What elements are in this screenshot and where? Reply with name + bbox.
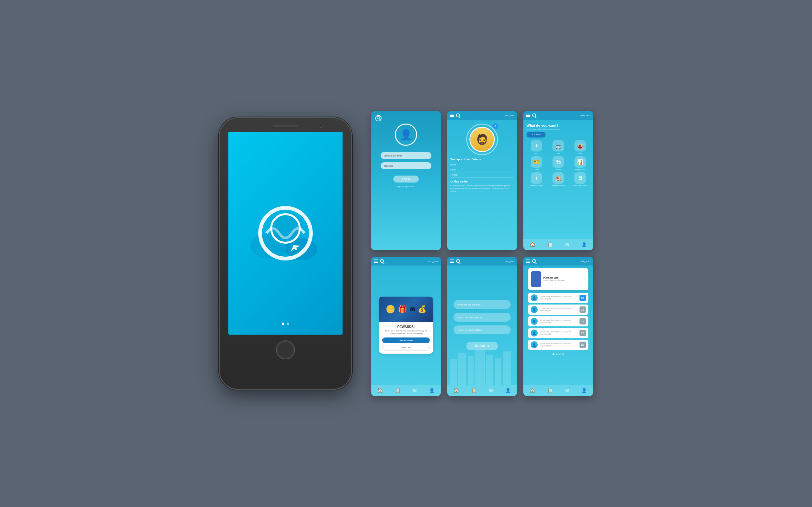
intl-ticket-label: International Ticket: [573, 185, 587, 187]
categories-header-title: hello_kath!: [580, 114, 591, 117]
cat-item-promos[interactable]: % Promos: [548, 156, 568, 170]
train-label: Train: [556, 153, 560, 154]
intl-flight-label: International Flight: [530, 185, 543, 187]
search-menu-icon[interactable]: [450, 260, 454, 263]
purchase-badge-3: 16: [579, 318, 586, 325]
city-skyline: [447, 340, 517, 385]
phone-vol-button-2: [219, 191, 220, 204]
cat-item-flight[interactable]: ✈ Flight: [526, 140, 547, 154]
phone-home-button[interactable]: [276, 340, 295, 359]
cat-item-ticket[interactable]: 🎫 Ticket: [526, 156, 547, 170]
search-search-icon[interactable]: [456, 259, 460, 263]
svg-rect-11: [458, 353, 466, 385]
profile-header: hello_jhon!: [447, 111, 517, 120]
purchase-header-search[interactable]: [532, 259, 536, 263]
cat-menu-icon[interactable]: [526, 114, 530, 117]
profile-email-field: email: [450, 167, 514, 172]
rewards-footer-user[interactable]: 👤: [429, 388, 435, 393]
purchase-content: Purchase List View all your past purchas…: [523, 266, 593, 385]
categories-footer: 🏠 📋 ✉ 👤: [523, 239, 593, 250]
search-footer-user[interactable]: 👤: [505, 388, 511, 393]
login-content: 👤 username or email password LOG IN forg…: [371, 111, 441, 250]
maybe-later-button[interactable]: Maybe Later: [382, 345, 430, 350]
profile-fields: name email contact: [450, 162, 514, 177]
purchase-footer-user[interactable]: 👤: [581, 388, 587, 393]
login-button[interactable]: LOG IN: [393, 176, 419, 182]
intl-ticket-icon: 🖥: [574, 172, 586, 184]
rewards-text: Lorem ipsum dolor sit amet consectetur a…: [382, 330, 430, 335]
purchase-item-1[interactable]: 👤 Lorem ipsum dolor sit amet consectetur…: [528, 293, 589, 303]
purchase-dot-2: [556, 353, 558, 355]
purchase-item-5[interactable]: 👤 Lorem ipsum dolor sit amet consectetur…: [528, 340, 589, 350]
cat-item-intl-hotel[interactable]: 🏨 International Hotel: [548, 172, 568, 187]
rewards-search-icon[interactable]: [380, 259, 384, 263]
search-header: hello_jhon!: [447, 257, 517, 266]
budget-tours-label: Budget Tours: [575, 169, 585, 170]
transport-field[interactable]: search for transportations: [454, 313, 511, 322]
footer-list-icon[interactable]: 📋: [548, 242, 553, 247]
profile-contact-field: contact: [450, 172, 514, 177]
purchase-badge-4: 22: [579, 330, 586, 336]
cat-item-intl-ticket[interactable]: 🖥 International Ticket: [570, 172, 590, 187]
budget-tours-icon: 📊: [574, 156, 586, 168]
purchase-thumb: [531, 271, 541, 287]
purchase-item-4[interactable]: 👤 Lorem ipsum dolor sit amet consectetur…: [528, 328, 589, 338]
accommodation-field[interactable]: search for accomodation: [454, 326, 511, 334]
header-search-icon[interactable]: [456, 113, 460, 117]
password-placeholder: password: [384, 165, 393, 167]
purchase-menu-icon[interactable]: [526, 260, 530, 263]
buy-now-button[interactable]: BUY NOW: [526, 132, 546, 137]
purchase-footer-mail[interactable]: ✉: [565, 388, 569, 393]
take-me-there-button[interactable]: Take Me There!: [382, 337, 430, 343]
rewards-footer-home[interactable]: 🏠: [377, 388, 383, 393]
purchase-footer-home[interactable]: 🏠: [530, 388, 535, 393]
cat-search-icon[interactable]: [532, 113, 536, 117]
categories-screen: hello_kath! What do you want? Lorem ipsu…: [523, 111, 593, 250]
menu-line-2: [450, 115, 454, 116]
rewards-menu-icon[interactable]: [374, 260, 378, 263]
cat-item-intl-flight[interactable]: ✈ International Flight: [526, 172, 547, 187]
search-footer-mail[interactable]: ✉: [489, 388, 493, 393]
rewards-title: REWARDS!: [382, 325, 430, 329]
profile-content: 🧔 2 Transport User Details name email co…: [447, 120, 517, 250]
profile-name-field: name: [450, 162, 514, 167]
svg-point-8: [377, 116, 380, 119]
purchase-header-title: hello_path!: [580, 260, 591, 262]
forgot-password-link[interactable]: forgot your password?: [397, 186, 415, 187]
online-order-title: Online Order: [450, 180, 514, 183]
cat-item-hotel[interactable]: 🏨 Hotel: [570, 140, 590, 154]
categories-header: hello_kath!: [523, 111, 593, 120]
search-footer-home[interactable]: 🏠: [454, 388, 459, 393]
profile-screen: hello_jhon! 🧔 2 Transport User Details n…: [447, 111, 517, 250]
footer-user-icon[interactable]: 👤: [581, 242, 587, 247]
footer-home-icon[interactable]: 🏠: [530, 242, 535, 247]
rewards-footer-list[interactable]: 📋: [395, 388, 401, 393]
phone-speaker: [273, 124, 298, 127]
profile-circle: 🧔 2: [466, 124, 498, 155]
destination-field[interactable]: where are you going to?: [454, 300, 511, 309]
purchase-card-title: Purchase List: [543, 277, 582, 279]
purchase-item-2[interactable]: 👤 Lorem ipsum dolor sit amet consectetur…: [528, 304, 589, 315]
rewards-card-body: REWARDS! Lorem ipsum dolor sit amet cons…: [379, 322, 433, 353]
purchase-item-3[interactable]: 👤 Lorem ipsum dolor sit amet consectetur…: [528, 316, 589, 326]
password-field[interactable]: password: [380, 162, 432, 169]
purchase-list-card[interactable]: Purchase List View all your past purchas…: [528, 268, 589, 290]
svg-rect-15: [495, 358, 501, 385]
search-screen: hello_jhon! where are you going to?: [447, 257, 517, 396]
footer-mail-icon[interactable]: ✉: [565, 242, 569, 247]
purchase-item-text-3: Lorem ipsum dolor sit amet consectetur a…: [540, 319, 577, 324]
phone-body: [219, 117, 352, 390]
purchase-footer-list[interactable]: 📋: [548, 388, 553, 393]
envelope-icon: ✉: [410, 305, 415, 313]
rewards-footer-mail[interactable]: ✉: [413, 388, 417, 393]
splash-dots: [282, 323, 289, 325]
rewards-footer: 🏠 📋 ✉ 👤: [371, 385, 441, 396]
purchase-item-text-5: Lorem ipsum dolor sit amet consectetur a…: [540, 343, 577, 347]
purchase-dot-4: [562, 353, 564, 355]
app-logo-icon: [375, 115, 382, 122]
search-footer-list[interactable]: 📋: [471, 388, 477, 393]
username-field[interactable]: username or email: [380, 152, 432, 159]
menu-icon[interactable]: [450, 114, 454, 117]
cat-item-budget-tours[interactable]: 📊 Budget Tours: [570, 156, 590, 170]
cat-item-train[interactable]: 🚌 Train: [548, 140, 568, 154]
